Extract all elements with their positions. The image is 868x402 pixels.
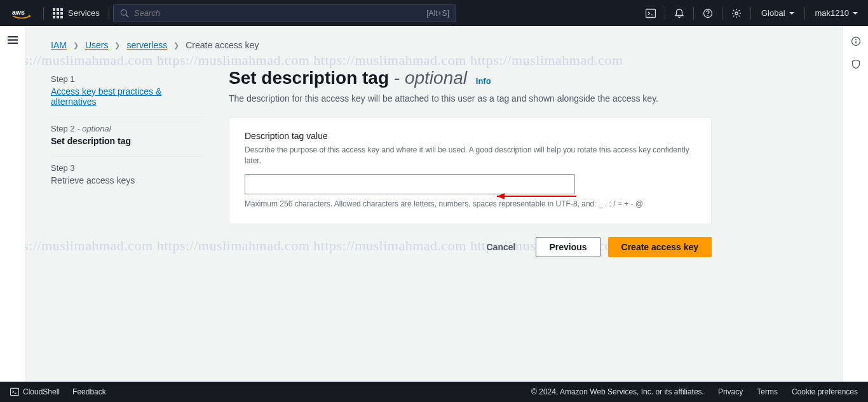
form-column: Set description tag - optional Info The … xyxy=(229,68,712,257)
services-menu-button[interactable]: Services xyxy=(44,0,109,26)
description-tag-panel: Description tag value Describe the purpo… xyxy=(229,117,712,224)
create-access-key-button[interactable]: Create access key xyxy=(608,237,712,257)
chevron-right-icon: ❯ xyxy=(173,41,179,50)
cloudshell-link[interactable]: CloudShell xyxy=(10,387,60,396)
cancel-button[interactable]: Cancel xyxy=(474,237,529,257)
top-navigation: aws Services [Alt+S] Global xyxy=(0,0,868,26)
info-panel-icon[interactable] xyxy=(851,36,861,46)
description-tag-input[interactable] xyxy=(245,174,575,194)
page-title: Set description tag - optional xyxy=(229,68,472,88)
step-title: Access key best practices & alternatives xyxy=(51,86,203,107)
breadcrumb-current: Create access key xyxy=(186,40,259,50)
wizard-steps: Step 1 Access key best practices & alter… xyxy=(51,68,203,257)
search-input[interactable] xyxy=(134,8,426,18)
aws-logo[interactable]: aws xyxy=(0,8,43,19)
page-description: The description for this access key will… xyxy=(229,93,712,104)
privacy-link[interactable]: Privacy xyxy=(718,387,743,396)
wizard-actions: Cancel Previous Create access key xyxy=(229,237,712,257)
step-title: Retrieve access keys xyxy=(51,175,203,185)
wizard-step-2: Step 2 - optional Set description tag xyxy=(51,117,203,157)
info-link[interactable]: Info xyxy=(476,76,491,86)
right-help-strip xyxy=(843,26,868,382)
services-grid-icon xyxy=(53,8,63,18)
svg-point-6 xyxy=(707,15,709,16)
help-icon[interactable] xyxy=(694,0,722,26)
field-help-text: Describe the purpose of this access key … xyxy=(245,145,696,166)
region-label: Global xyxy=(761,8,785,18)
svg-line-2 xyxy=(126,15,128,17)
wizard-step-1[interactable]: Step 1 Access key best practices & alter… xyxy=(51,68,203,117)
search-shortcut-hint: [Alt+S] xyxy=(426,9,449,18)
field-constraint-text: Maximum 256 characters. Allowed characte… xyxy=(245,199,696,208)
terms-link[interactable]: Terms xyxy=(757,387,778,396)
svg-text:aws: aws xyxy=(12,8,25,15)
copyright-text: © 2024, Amazon Web Services, Inc. or its… xyxy=(531,387,704,396)
breadcrumb: IAM ❯ Users ❯ serverless ❯ Create access… xyxy=(51,40,817,50)
field-label: Description tag value xyxy=(245,131,696,141)
svg-point-9 xyxy=(855,39,857,40)
region-selector[interactable]: Global xyxy=(751,0,804,26)
breadcrumb-link-users[interactable]: Users xyxy=(85,40,109,50)
cloudshell-label: CloudShell xyxy=(23,387,60,396)
cookie-preferences-link[interactable]: Cookie preferences xyxy=(792,387,858,396)
previous-button[interactable]: Previous xyxy=(536,237,600,257)
wizard-step-3: Step 3 Retrieve access keys xyxy=(51,157,203,196)
settings-icon[interactable] xyxy=(722,0,750,26)
cloudshell-icon[interactable] xyxy=(637,0,665,26)
step-label: Step 3 xyxy=(51,163,203,173)
breadcrumb-link-user[interactable]: serverless xyxy=(126,40,167,50)
svg-point-7 xyxy=(735,12,738,15)
search-box[interactable]: [Alt+S] xyxy=(113,4,456,22)
hamburger-icon[interactable] xyxy=(8,36,18,44)
svg-point-1 xyxy=(121,10,126,15)
svg-rect-12 xyxy=(10,388,18,395)
user-label: mak1210 xyxy=(815,8,849,18)
notifications-icon[interactable] xyxy=(665,0,693,26)
breadcrumb-link-iam[interactable]: IAM xyxy=(51,40,67,50)
account-menu[interactable]: mak1210 xyxy=(805,0,868,26)
chevron-right-icon: ❯ xyxy=(73,41,79,50)
caret-down-icon xyxy=(853,12,858,15)
services-label: Services xyxy=(68,8,100,18)
feedback-link[interactable]: Feedback xyxy=(72,387,106,396)
step-label: Step 2 - optional xyxy=(51,124,203,133)
chevron-right-icon: ❯ xyxy=(114,41,120,50)
divider xyxy=(109,7,109,20)
main-content: IAM ❯ Users ❯ serverless ❯ Create access… xyxy=(25,26,843,382)
security-panel-icon[interactable] xyxy=(851,59,861,69)
step-label: Step 1 xyxy=(51,74,203,84)
left-sidebar-toggle-strip xyxy=(0,26,25,382)
search-icon xyxy=(120,9,129,18)
footer-bar: CloudShell Feedback © 2024, Amazon Web S… xyxy=(0,382,868,402)
svg-rect-3 xyxy=(646,9,655,17)
caret-down-icon xyxy=(789,12,794,15)
step-title: Set description tag xyxy=(51,136,203,146)
